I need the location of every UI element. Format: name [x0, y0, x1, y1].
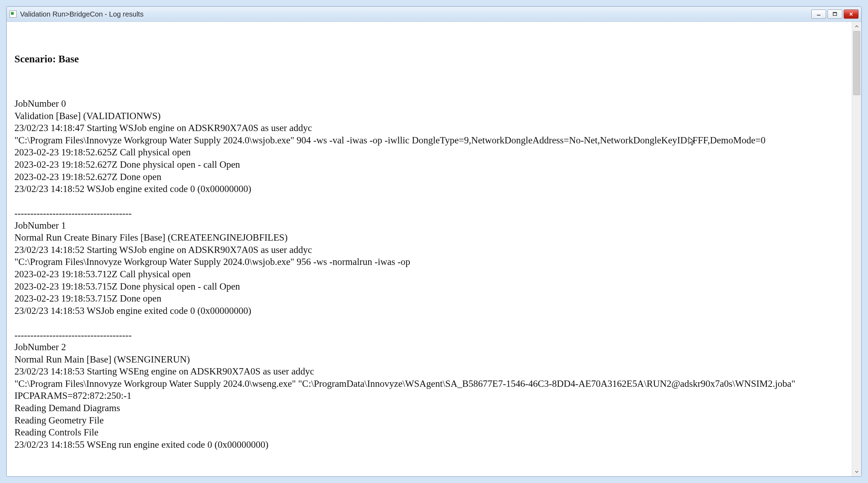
log-line: Normal Run Create Binary Files [Base] (C…: [14, 231, 844, 244]
log-line: [14, 195, 844, 208]
log-line: 2023-02-23 19:18:52.627Z Done physical o…: [14, 159, 844, 171]
svg-rect-2: [833, 12, 837, 13]
log-line: Reading Geometry File: [14, 414, 844, 427]
log-line: 2023-02-23 19:18:53.715Z Done open: [14, 292, 844, 305]
log-line: 23/02/23 14:18:52 WSJob engine exited co…: [14, 183, 844, 195]
log-line: 2023-02-23 19:18:52.625Z Call physical o…: [14, 146, 844, 159]
log-line: "C:\Program Files\Innovyze Workgroup Wat…: [14, 134, 844, 147]
log-line: 23/02/23 14:18:52 Starting WSJob engine …: [14, 244, 844, 256]
scroll-down-arrow-icon[interactable]: [852, 467, 861, 476]
log-line: [14, 317, 844, 329]
log-line: Validation [Base] (VALIDATIONWS): [14, 110, 844, 122]
log-line: 2023-02-23 19:18:53.712Z Call physical o…: [14, 268, 844, 280]
window-controls: [811, 10, 858, 19]
log-line: "C:\Program Files\Innovyze Workgroup Wat…: [14, 256, 844, 268]
log-line: 23/02/23 14:18:55 WSEng run engine exite…: [14, 439, 844, 451]
log-line: Reading Demand Diagrams: [14, 402, 844, 414]
scroll-up-arrow-icon[interactable]: [852, 22, 861, 31]
log-line: 23/02/23 14:18:53 WSJob engine exited co…: [14, 305, 844, 317]
maximize-button[interactable]: [827, 10, 842, 19]
titlebar[interactable]: Validation Run>BridgeCon - Log results: [7, 7, 861, 22]
log-line: JobNumber 1: [14, 219, 844, 232]
app-window: Validation Run>BridgeCon - Log results: [6, 6, 862, 477]
content-area: Scenario: Base JobNumber 0Validation [Ba…: [7, 22, 861, 476]
close-button[interactable]: [844, 10, 858, 19]
log-line: 23/02/23 14:18:53 Starting WSEng engine …: [14, 365, 844, 378]
maximize-icon: [832, 12, 837, 17]
app-icon: [10, 11, 17, 18]
log-line: JobNumber 2: [14, 341, 844, 353]
window-title: Validation Run>BridgeCon - Log results: [20, 10, 811, 18]
log-line: Reading Controls File: [14, 426, 844, 439]
close-icon: [849, 12, 854, 17]
log-lines: JobNumber 0Validation [Base] (VALIDATION…: [14, 98, 844, 451]
log-text-area[interactable]: Scenario: Base JobNumber 0Validation [Ba…: [7, 22, 852, 476]
log-line: -------------------------------------: [14, 207, 844, 219]
minimize-icon: [816, 12, 821, 17]
log-line: "C:\Program Files\Innovyze Workgroup Wat…: [14, 378, 844, 402]
vertical-scrollbar[interactable]: [852, 22, 861, 476]
log-line: JobNumber 0: [14, 98, 844, 110]
log-line: 2023-02-23 19:18:53.715Z Done physical o…: [14, 280, 844, 293]
svg-rect-0: [817, 15, 820, 16]
scenario-heading: Scenario: Base: [14, 52, 844, 66]
log-line: Normal Run Main [Base] (WSENGINERUN): [14, 353, 844, 366]
log-line: 23/02/23 14:18:47 Starting WSJob engine …: [14, 122, 844, 134]
minimize-button[interactable]: [811, 10, 826, 19]
log-line: -------------------------------------: [14, 329, 844, 341]
log-line: 2023-02-23 19:18:52.627Z Done open: [14, 171, 844, 183]
scroll-track[interactable]: [852, 31, 861, 467]
scroll-thumb[interactable]: [853, 31, 860, 95]
